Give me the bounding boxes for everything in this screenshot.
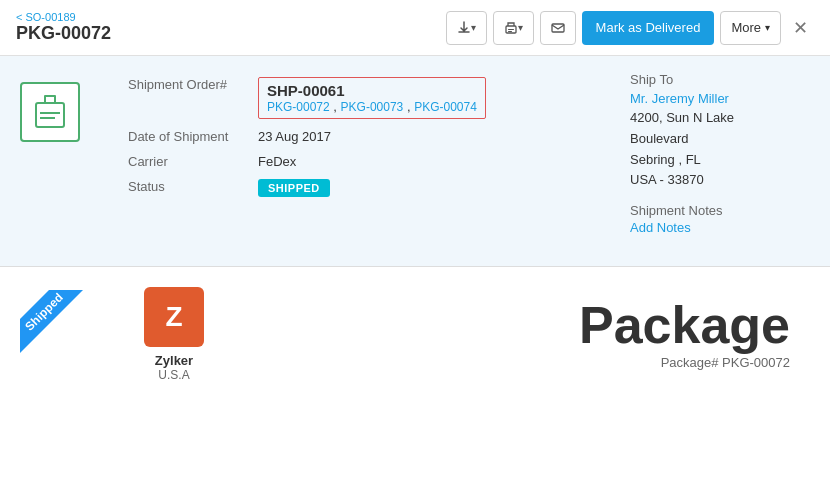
date-row: Date of Shipment 23 Aug 2017 (120, 124, 494, 149)
package-big-label: Package (579, 299, 790, 351)
address-line4: USA - 33870 (630, 172, 704, 187)
details-table: Shipment Order# SHP-00061 PKG-00072 , PK… (120, 72, 494, 202)
details-section: Shipment Order# SHP-00061 PKG-00072 , PK… (120, 72, 610, 250)
more-label: More (731, 20, 761, 35)
bottom-section: Shipped Z Zylker U.S.A Package Package# … (0, 267, 830, 402)
ribbon-label: Shipped (20, 290, 88, 356)
pkg-svg-icon (33, 93, 67, 131)
ship-to-address: 4200, Sun N Lake Boulevard Sebring , FL … (630, 108, 810, 191)
ribbon-wrapper: Shipped (20, 290, 100, 370)
so-link[interactable]: < SO-00189 (16, 11, 111, 23)
add-notes-link[interactable]: Add Notes (630, 220, 691, 235)
company-avatar: Z (144, 287, 204, 347)
company-card: Z Zylker U.S.A (144, 287, 204, 382)
print-icon (504, 21, 518, 35)
company-country: U.S.A (158, 368, 189, 382)
pkg-link-3[interactable]: PKG-00074 (414, 100, 477, 114)
pkg-link-2[interactable]: PKG-00073 (341, 100, 404, 114)
address-line1: 4200, Sun N Lake (630, 110, 734, 125)
download-chevron: ▾ (471, 22, 476, 33)
shipment-order-box: SHP-00061 PKG-00072 , PKG-00073 , PKG-00… (258, 77, 486, 119)
ribbon-container: Shipped (20, 290, 110, 380)
ship-to-name: Mr. Jeremy Miller (630, 91, 810, 106)
status-label: Status (120, 174, 250, 202)
notes-label: Shipment Notes (630, 203, 810, 218)
ship-to-section: Ship To Mr. Jeremy Miller 4200, Sun N La… (630, 72, 810, 250)
shipment-order-value-cell: SHP-00061 PKG-00072 , PKG-00073 , PKG-00… (250, 72, 494, 124)
mark-delivered-button[interactable]: Mark as Delivered (582, 11, 715, 45)
date-value: 23 Aug 2017 (250, 124, 494, 149)
header: < SO-00189 PKG-00072 ▾ ▾ Mark as Delive (0, 0, 830, 56)
svg-rect-2 (508, 31, 512, 32)
pkg-link-1[interactable]: PKG-00072 (267, 100, 330, 114)
carrier-value: FeDex (250, 149, 494, 174)
shipment-order-number: SHP-00061 (267, 82, 345, 99)
download-icon (457, 21, 471, 35)
header-left: < SO-00189 PKG-00072 (16, 11, 111, 44)
company-name: Zylker (155, 353, 193, 368)
shipment-order-row: Shipment Order# SHP-00061 PKG-00072 , PK… (120, 72, 494, 124)
svg-rect-4 (36, 103, 64, 127)
package-info: Package Package# PKG-00072 (579, 299, 810, 370)
email-button[interactable] (540, 11, 576, 45)
close-button[interactable]: ✕ (787, 15, 814, 41)
print-button[interactable]: ▾ (493, 11, 534, 45)
email-icon (551, 21, 565, 35)
print-chevron: ▾ (518, 22, 523, 33)
ship-to-label: Ship To (630, 72, 810, 87)
svg-rect-3 (552, 24, 564, 32)
address-line3: Sebring , FL (630, 152, 701, 167)
more-button[interactable]: More ▾ (720, 11, 781, 45)
more-chevron: ▾ (765, 22, 770, 33)
header-actions: ▾ ▾ Mark as Delivered More ▾ ✕ (446, 11, 814, 45)
notes-section: Shipment Notes Add Notes (630, 203, 810, 235)
shipment-order-label: Shipment Order# (120, 72, 250, 124)
pkg-title: PKG-00072 (16, 23, 111, 44)
package-icon-area (20, 72, 100, 250)
carrier-label: Carrier (120, 149, 250, 174)
svg-rect-1 (508, 29, 514, 30)
status-badge: SHIPPED (258, 179, 330, 197)
date-label: Date of Shipment (120, 124, 250, 149)
status-cell: SHIPPED (250, 174, 494, 202)
download-button[interactable]: ▾ (446, 11, 487, 45)
status-row: Status SHIPPED (120, 174, 494, 202)
main-content: Shipment Order# SHP-00061 PKG-00072 , PK… (0, 56, 830, 266)
carrier-row: Carrier FeDex (120, 149, 494, 174)
package-number: Package# PKG-00072 (579, 355, 790, 370)
package-icon (20, 82, 80, 142)
address-line2: Boulevard (630, 131, 689, 146)
